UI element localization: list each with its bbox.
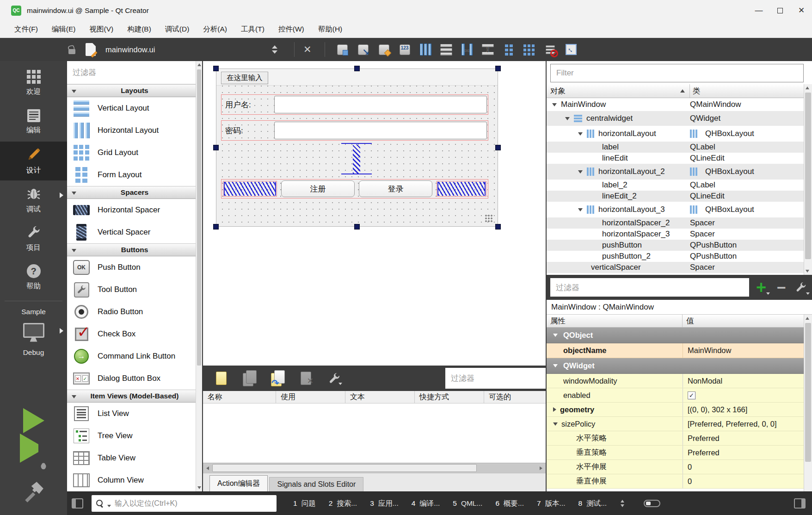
kit-selector[interactable] (0, 319, 67, 346)
close-button[interactable]: ✕ (791, 0, 812, 21)
menu-analyze[interactable]: 分析(A) (196, 21, 234, 37)
widget-grid-layout[interactable]: Grid Layout (67, 142, 202, 164)
mode-debug[interactable]: 调试 (0, 180, 67, 219)
property-row[interactable]: 水平策略 Preferred (547, 431, 804, 446)
tree-row[interactable]: lineEdit QLineEdit (547, 153, 804, 164)
debug-run-button[interactable] (0, 444, 67, 469)
locator-dropdown-icon[interactable] (107, 505, 111, 507)
configure-wrench-icon[interactable] (327, 370, 343, 387)
pane-test[interactable]: 8测试... (572, 499, 614, 509)
kit-flyout-icon[interactable] (60, 328, 63, 334)
property-row[interactable]: 垂直策略 Preferred (547, 446, 804, 460)
tree-row[interactable]: centralwidget QWidget (547, 111, 804, 126)
form-row-buttons[interactable]: 注册 登录 (221, 179, 488, 199)
designed-form[interactable]: 在这里输入 用户名: 密码: 注册 登录 (216, 68, 498, 227)
menu-help[interactable]: 帮助(H) (311, 21, 350, 37)
tree-row[interactable]: horizontalLayout_3 QHBoxLayout (547, 202, 804, 217)
build-progress-icon[interactable] (644, 500, 660, 507)
category-item-views[interactable]: Item Views (Model-Based) (67, 390, 202, 403)
widget-command-link-button[interactable]: →Command Link Button (67, 345, 202, 367)
enabled-checkbox[interactable] (688, 391, 695, 399)
edit-signals-slots-icon[interactable]: ↘ (355, 41, 371, 58)
mode-edit[interactable]: 编辑 (0, 103, 67, 142)
widget-tool-button[interactable]: Tool Button (67, 279, 202, 301)
password-label[interactable]: 密码: (225, 121, 243, 140)
form-row-password[interactable]: 密码: (221, 120, 488, 141)
layout-grid-icon[interactable] (521, 41, 538, 58)
selection-handle[interactable] (213, 145, 219, 150)
tree-row[interactable]: horizontalLayout_2 QHBoxLayout (547, 164, 804, 180)
mode-welcome[interactable]: 欢迎 (0, 64, 67, 103)
column-used[interactable]: 使用 (276, 391, 345, 403)
pane-search[interactable]: 2搜索... (322, 499, 364, 509)
widget-vertical-layout[interactable]: Vertical Layout (67, 97, 202, 119)
widget-horizontal-spacer[interactable]: Horizontal Spacer (67, 199, 202, 221)
scrollbar-thumb[interactable] (212, 464, 477, 472)
widget-dialog-button-box[interactable]: ✕✓Dialog Button Box (67, 367, 202, 390)
selection-handle[interactable] (354, 224, 360, 230)
vertical-spacer-icon[interactable] (353, 144, 360, 174)
widget-table-view[interactable]: Table View (67, 447, 202, 469)
tree-row[interactable]: horizontalLayout QHBoxLayout (547, 126, 804, 142)
column-text[interactable]: 文本 (345, 391, 415, 403)
new-action-icon[interactable] (214, 370, 230, 387)
tree-row[interactable]: horizontalSpacer_2 Spacer (547, 217, 804, 229)
widget-form-layout[interactable]: Form Layout (67, 164, 202, 186)
column-class[interactable]: 类 (690, 84, 804, 98)
layout-vertical-icon[interactable] (438, 41, 455, 58)
action-table-body[interactable] (203, 403, 546, 463)
tree-row[interactable]: MainWindow QMainWindow (547, 98, 804, 111)
register-button[interactable]: 注册 (281, 180, 355, 197)
column-checkable[interactable]: 可选的 (484, 391, 546, 403)
mode-projects[interactable]: 项目 (0, 219, 67, 258)
layout-splitter-vertical-icon[interactable]: ↕ (480, 41, 496, 58)
widget-tree-view[interactable]: Tree View (67, 425, 202, 447)
username-line-edit[interactable] (274, 96, 487, 113)
pane-version[interactable]: 7版本... (530, 499, 572, 509)
tree-row[interactable]: horizontalSpacer_3 Spacer (547, 229, 804, 240)
widget-list-view[interactable]: List View (67, 403, 202, 425)
action-filter-input[interactable]: 过滤器 (445, 368, 546, 389)
property-row[interactable]: geometry [(0, 0), 302 x 166] (547, 403, 804, 417)
selection-handle[interactable] (495, 145, 501, 150)
selection-handle[interactable] (495, 66, 501, 71)
edit-buddies-icon[interactable] (375, 41, 392, 58)
run-button[interactable] (0, 408, 67, 433)
widget-radio-button[interactable]: Radio Button (67, 301, 202, 323)
column-name[interactable]: 名称 (203, 391, 276, 403)
menu-build[interactable]: 构建(B) (120, 21, 158, 37)
edit-tab-order-icon[interactable]: 123 (396, 41, 413, 58)
pane-spinner-icon[interactable] (621, 500, 624, 507)
layout-form-icon[interactable] (500, 41, 517, 58)
add-property-icon[interactable]: + (752, 278, 770, 297)
mode-design[interactable]: 设计 (0, 142, 67, 180)
adjust-size-icon[interactable]: ↔ (563, 41, 579, 58)
tree-row[interactable]: lineEdit_2 QLineEdit (547, 191, 804, 202)
widget-box-filter-input[interactable]: 过滤器 (67, 61, 202, 84)
property-row[interactable]: enabled (547, 388, 804, 403)
property-group-qobject[interactable]: QObject (547, 328, 804, 343)
password-line-edit[interactable] (274, 122, 487, 139)
pane-summary[interactable]: 6概要... (489, 499, 530, 509)
tree-row[interactable]: label QLabel (547, 142, 804, 153)
document-spinner-icon[interactable] (272, 45, 277, 54)
action-horizontal-scrollbar[interactable] (203, 463, 546, 473)
configure-wrench-icon[interactable] (792, 278, 810, 297)
toggle-left-sidebar-icon[interactable] (72, 498, 83, 509)
edit-widgets-icon[interactable] (334, 41, 351, 58)
debug-flyout-icon[interactable] (60, 192, 63, 198)
property-group-qwidget[interactable]: QWidget (547, 358, 804, 374)
horizontal-spacer-left[interactable] (223, 181, 277, 197)
tree-row[interactable]: label_2 QLabel (547, 180, 804, 191)
minimize-button[interactable]: — (748, 0, 769, 21)
menu-file[interactable]: 文件(F) (7, 21, 45, 37)
form-resize-grip[interactable] (485, 214, 493, 223)
menu-tools[interactable]: 工具(T) (234, 21, 271, 37)
tab-action-editor[interactable]: Action编辑器 (209, 475, 268, 491)
menu-widgets[interactable]: 控件(W) (271, 21, 311, 37)
widget-horizontal-layout[interactable]: Horizontal Layout (67, 119, 202, 142)
widget-push-button[interactable]: OKPush Button (67, 256, 202, 279)
widget-check-box[interactable]: Check Box (67, 323, 202, 345)
widget-box-scrollbar[interactable] (196, 61, 202, 491)
menu-view[interactable]: 视图(V) (82, 21, 120, 37)
